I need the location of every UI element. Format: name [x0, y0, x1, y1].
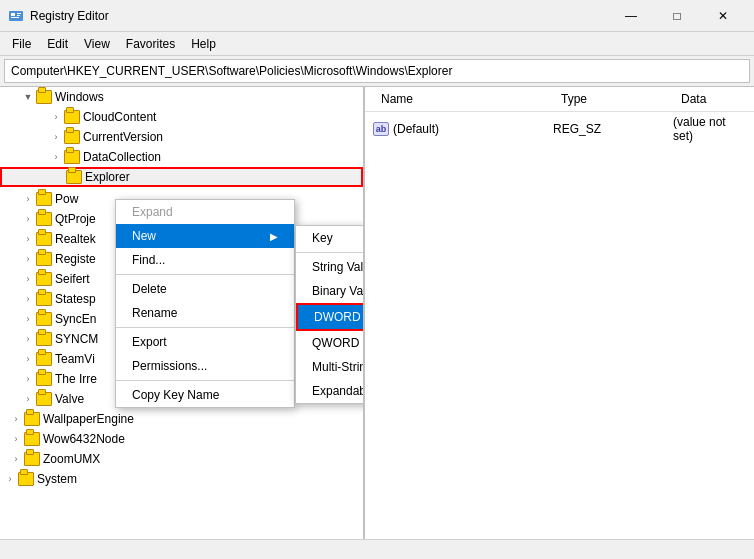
title-bar-left: Registry Editor [8, 8, 109, 24]
sub-expandablestringvalue-label: Expandable String Value [312, 384, 365, 398]
tree-label-cloudcontent: CloudContent [83, 110, 156, 124]
tree-label-datacollection: DataCollection [83, 150, 161, 164]
folder-icon-theirre [36, 372, 52, 386]
expand-icon-syncm: › [20, 331, 36, 347]
tree-item-cloudcontent[interactable]: › CloudContent [0, 107, 363, 127]
expand-icon-valve: › [20, 391, 36, 407]
expand-icon-syncen: › [20, 311, 36, 327]
expand-icon-registe: › [20, 251, 36, 267]
title-bar: Registry Editor — □ ✕ [0, 0, 754, 32]
folder-icon-realtek [36, 232, 52, 246]
col-header-name: Name [373, 90, 553, 108]
tree-label-syncen: SyncEn [55, 312, 96, 326]
expand-icon-explorer [50, 169, 66, 185]
expand-icon-seifert: › [20, 271, 36, 287]
sub-multistringvalue[interactable]: Multi-String Value [296, 355, 365, 379]
maximize-button[interactable]: □ [654, 4, 700, 28]
cell-type-default: REG_SZ [553, 122, 673, 136]
sub-dwordvalue[interactable]: DWORD (32-bit) Value [296, 303, 365, 331]
expand-icon-zoomunx: › [8, 451, 24, 467]
expand-icon-datacollection: › [48, 149, 64, 165]
menu-edit[interactable]: Edit [39, 35, 76, 53]
expand-icon-wow6432node: › [8, 431, 24, 447]
cell-name-default-label: (Default) [393, 122, 439, 136]
right-header: Name Type Data [365, 87, 754, 112]
registry-icon [8, 8, 24, 24]
tree-label-realtek: Realtek [55, 232, 96, 246]
sub-qwordvalue[interactable]: QWORD (64-bit) Value [296, 331, 365, 355]
expand-icon-pow: › [20, 191, 36, 207]
tree-item-explorer[interactable]: Explorer [0, 167, 363, 187]
cell-data-default: (value not set) [673, 115, 746, 143]
folder-icon-valve [36, 392, 52, 406]
expand-icon-statesp: › [20, 291, 36, 307]
ctx-copykeyname[interactable]: Copy Key Name [116, 383, 294, 407]
sub-binaryvalue[interactable]: Binary Value [296, 279, 365, 303]
tree-label-theirre: The Irre [55, 372, 97, 386]
sub-expandablestringvalue[interactable]: Expandable String Value [296, 379, 365, 403]
menu-favorites[interactable]: Favorites [118, 35, 183, 53]
title-controls: — □ ✕ [608, 4, 746, 28]
ctx-sep2 [116, 327, 294, 328]
address-path: Computer\HKEY_CURRENT_USER\Software\Poli… [11, 64, 452, 78]
address-bar[interactable]: Computer\HKEY_CURRENT_USER\Software\Poli… [4, 59, 750, 83]
tree-label-explorer: Explorer [85, 170, 130, 184]
menu-view[interactable]: View [76, 35, 118, 53]
folder-icon-teamvi [36, 352, 52, 366]
tree-item-wallpaperengine[interactable]: › WallpaperEngine [0, 409, 363, 429]
menu-bar: File Edit View Favorites Help [0, 32, 754, 56]
folder-icon-system [18, 472, 34, 486]
tree-item-wow6432node[interactable]: › Wow6432Node [0, 429, 363, 449]
ctx-sep3 [116, 380, 294, 381]
folder-icon-currentversion [64, 130, 80, 144]
expand-icon-system: › [2, 471, 18, 487]
menu-help[interactable]: Help [183, 35, 224, 53]
ctx-copykeyname-label: Copy Key Name [132, 388, 219, 402]
ctx-new-arrow: ▶ [270, 231, 278, 242]
ctx-expand[interactable]: Expand [116, 200, 294, 224]
tree-label-syncm: SYNCM [55, 332, 98, 346]
menu-file[interactable]: File [4, 35, 39, 53]
ctx-delete[interactable]: Delete [116, 277, 294, 301]
ctx-export[interactable]: Export [116, 330, 294, 354]
tree-item-currentversion[interactable]: › CurrentVersion [0, 127, 363, 147]
ctx-permissions-label: Permissions... [132, 359, 207, 373]
expand-icon-qtproje: › [20, 211, 36, 227]
folder-icon-seifert [36, 272, 52, 286]
tree-label-system: System [37, 472, 77, 486]
tree-item-zooumx[interactable]: › ZoomUMX [0, 449, 363, 469]
expand-icon-windows: ▼ [20, 89, 36, 105]
close-button[interactable]: ✕ [700, 4, 746, 28]
ctx-new-label: New [132, 229, 156, 243]
ctx-new[interactable]: New ▶ [116, 224, 294, 248]
tree-label-pow: Pow [55, 192, 78, 206]
col-header-type: Type [553, 90, 673, 108]
tree-item-datacollection[interactable]: › DataCollection [0, 147, 363, 167]
ctx-rename[interactable]: Rename [116, 301, 294, 325]
sub-stringvalue[interactable]: String Value [296, 255, 365, 279]
minimize-button[interactable]: — [608, 4, 654, 28]
tree-label-wow6432node: Wow6432Node [43, 432, 125, 446]
right-row-default[interactable]: ab (Default) REG_SZ (value not set) [365, 112, 754, 146]
ctx-find[interactable]: Find... [116, 248, 294, 272]
svg-rect-2 [11, 17, 19, 18]
folder-icon-syncm [36, 332, 52, 346]
right-panel: Name Type Data ab (Default) REG_SZ (valu… [365, 87, 754, 539]
status-bar [0, 539, 754, 559]
cell-name-default: ab (Default) [373, 122, 553, 136]
sub-dwordvalue-label: DWORD (32-bit) Value [314, 310, 365, 324]
sub-sep1 [296, 252, 365, 253]
ctx-permissions[interactable]: Permissions... [116, 354, 294, 378]
tree-label-qtproje: QtProje [55, 212, 96, 226]
folder-icon-zoomunx [24, 452, 40, 466]
sub-key[interactable]: Key [296, 226, 365, 250]
sub-stringvalue-label: String Value [312, 260, 365, 274]
tree-label-windows: Windows [55, 90, 104, 104]
tree-item-system[interactable]: › System [0, 469, 363, 489]
title-text: Registry Editor [30, 9, 109, 23]
col-header-data: Data [673, 90, 746, 108]
tree-label-zoomunx: ZoomUMX [43, 452, 100, 466]
tree-item-windows[interactable]: ▼ Windows [0, 87, 363, 107]
ctx-sep1 [116, 274, 294, 275]
folder-icon-wow6432node [24, 432, 40, 446]
